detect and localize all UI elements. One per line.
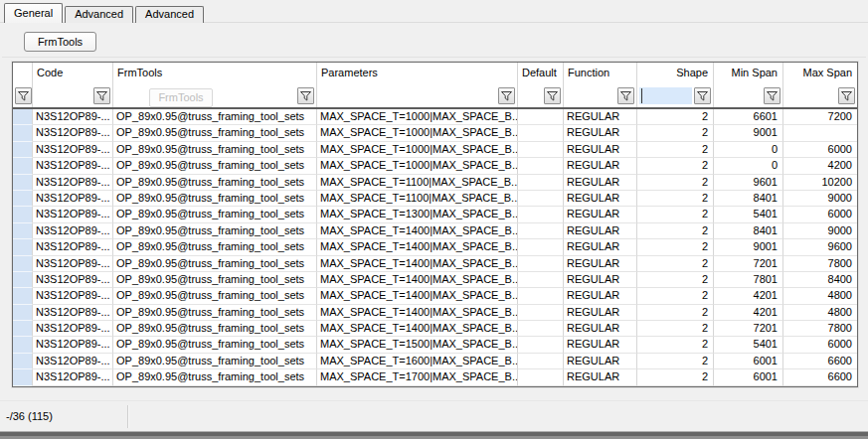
column-header-default[interactable]: Default [518, 63, 564, 107]
cell-shape[interactable]: 2 [637, 256, 714, 272]
table-row[interactable]: N3S12OP89-... OP_89x0.95@truss_framing_t… [13, 158, 857, 174]
shape-filter-input[interactable] [639, 87, 692, 104]
cell-function[interactable]: REGULAR [564, 142, 637, 158]
cell-shape[interactable]: 2 [637, 207, 714, 222]
cell-default[interactable] [518, 369, 564, 385]
cell-min-span[interactable]: 6001 [714, 354, 783, 369]
cell-min-span[interactable]: 4201 [714, 305, 783, 321]
cell-frmtools[interactable]: OP_89x0.95@truss_framing_tool_sets [113, 175, 317, 191]
cell-frmtools[interactable]: OP_89x0.95@truss_framing_tool_sets [113, 239, 317, 255]
column-header-parameters[interactable]: Parameters [317, 63, 518, 107]
table-row[interactable]: N3S12OP89-... OP_89x0.95@truss_framing_t… [13, 109, 857, 125]
cell-min-span[interactable]: 4201 [714, 288, 783, 304]
cell-max-span[interactable]: 6000 [783, 337, 857, 353]
cell-code[interactable]: N3S12OP89-... [33, 239, 113, 255]
row-selector[interactable] [13, 305, 33, 321]
cell-max-span[interactable]: 9000 [783, 223, 857, 239]
cell-min-span[interactable]: 6001 [714, 369, 783, 385]
cell-code[interactable]: N3S12OP89-... [33, 354, 113, 369]
cell-default[interactable] [518, 175, 564, 191]
cell-shape[interactable]: 2 [637, 175, 714, 191]
cell-frmtools[interactable]: OP_89x0.95@truss_framing_tool_sets [113, 288, 317, 304]
cell-default[interactable] [518, 191, 564, 207]
table-row[interactable]: N3S12OP89-... OP_89x0.95@truss_framing_t… [13, 337, 857, 353]
cell-frmtools[interactable]: OP_89x0.95@truss_framing_tool_sets [113, 337, 317, 353]
cell-max-span[interactable]: 4200 [783, 158, 857, 174]
cell-min-span[interactable]: 0 [714, 158, 783, 174]
cell-parameters[interactable]: MAX_SPACE_T=1000|MAX_SPACE_B... [317, 142, 518, 158]
cell-frmtools[interactable]: OP_89x0.95@truss_framing_tool_sets [113, 354, 317, 369]
row-selector[interactable] [13, 142, 33, 158]
column-header-code[interactable]: Code [33, 63, 113, 107]
cell-function[interactable]: REGULAR [564, 272, 637, 288]
cell-min-span[interactable]: 8401 [714, 191, 783, 207]
tab-advanced-1[interactable]: Advanced [65, 6, 133, 23]
filter-button-min-span[interactable] [764, 87, 781, 104]
column-header-function[interactable]: Function [564, 63, 637, 107]
cell-default[interactable] [518, 239, 564, 255]
cell-min-span[interactable]: 7801 [714, 272, 783, 288]
cell-default[interactable] [518, 158, 564, 174]
cell-function[interactable]: REGULAR [564, 191, 637, 207]
row-selector[interactable] [13, 191, 33, 207]
row-selector[interactable] [13, 158, 33, 174]
cell-parameters[interactable]: MAX_SPACE_T=1400|MAX_SPACE_B... [317, 321, 518, 337]
cell-default[interactable] [518, 272, 564, 288]
cell-frmtools[interactable]: OP_89x0.95@truss_framing_tool_sets [113, 158, 317, 174]
cell-shape[interactable]: 2 [637, 158, 714, 174]
cell-max-span[interactable]: 7200 [783, 109, 857, 125]
cell-parameters[interactable]: MAX_SPACE_T=1400|MAX_SPACE_B... [317, 288, 518, 304]
row-selector[interactable] [13, 125, 33, 141]
column-header-frmtools[interactable]: FrmTools [113, 63, 317, 107]
cell-parameters[interactable]: MAX_SPACE_T=1100|MAX_SPACE_B... [317, 191, 518, 207]
cell-min-span[interactable]: 7201 [714, 321, 783, 337]
row-selector[interactable] [13, 256, 33, 272]
cell-parameters[interactable]: MAX_SPACE_T=1400|MAX_SPACE_B... [317, 272, 518, 288]
cell-parameters[interactable]: MAX_SPACE_T=1700|MAX_SPACE_B... [317, 369, 518, 385]
cell-min-span[interactable]: 7201 [714, 256, 783, 272]
cell-default[interactable] [518, 337, 564, 353]
cell-code[interactable]: N3S12OP89-... [33, 321, 113, 337]
table-row[interactable]: N3S12OP89-... OP_89x0.95@truss_framing_t… [13, 354, 857, 369]
cell-default[interactable] [518, 207, 564, 222]
cell-code[interactable]: N3S12OP89-... [33, 223, 113, 239]
cell-max-span[interactable]: 9600 [783, 239, 857, 255]
cell-max-span[interactable] [783, 125, 857, 141]
cell-min-span[interactable]: 5401 [714, 337, 783, 353]
cell-default[interactable] [518, 256, 564, 272]
cell-parameters[interactable]: MAX_SPACE_T=1000|MAX_SPACE_B... [317, 125, 518, 141]
cell-default[interactable] [518, 109, 564, 125]
cell-parameters[interactable]: MAX_SPACE_T=1500|MAX_SPACE_B... [317, 337, 518, 353]
filter-button-function[interactable] [617, 87, 634, 104]
cell-default[interactable] [518, 354, 564, 369]
cell-function[interactable]: REGULAR [564, 158, 637, 174]
row-selector[interactable] [13, 288, 33, 304]
cell-min-span[interactable]: 0 [714, 142, 783, 158]
cell-frmtools[interactable]: OP_89x0.95@truss_framing_tool_sets [113, 321, 317, 337]
cell-max-span[interactable]: 7800 [783, 256, 857, 272]
cell-min-span[interactable]: 9601 [714, 175, 783, 191]
table-row[interactable]: N3S12OP89-... OP_89x0.95@truss_framing_t… [13, 239, 857, 255]
row-selector[interactable] [13, 239, 33, 255]
cell-min-span[interactable]: 9001 [714, 239, 783, 255]
cell-default[interactable] [518, 125, 564, 141]
row-selector[interactable] [13, 321, 33, 337]
cell-max-span[interactable]: 7800 [783, 321, 857, 337]
table-row[interactable]: N3S12OP89-... OP_89x0.95@truss_framing_t… [13, 288, 857, 304]
cell-code[interactable]: N3S12OP89-... [33, 256, 113, 272]
cell-shape[interactable]: 2 [637, 109, 714, 125]
table-row[interactable]: N3S12OP89-... OP_89x0.95@truss_framing_t… [13, 223, 857, 239]
table-row[interactable]: N3S12OP89-... OP_89x0.95@truss_framing_t… [13, 125, 857, 141]
tab-general[interactable]: General [4, 3, 63, 23]
row-selector[interactable] [13, 337, 33, 353]
frmtools-button[interactable]: FrmTools [24, 32, 96, 52]
cell-code[interactable]: N3S12OP89-... [33, 191, 113, 207]
row-selector[interactable] [13, 109, 33, 125]
column-header-shape[interactable]: Shape [637, 63, 714, 107]
cell-frmtools[interactable]: OP_89x0.95@truss_framing_tool_sets [113, 305, 317, 321]
cell-frmtools[interactable]: OP_89x0.95@truss_framing_tool_sets [113, 369, 317, 385]
filter-button-code[interactable] [93, 87, 110, 104]
row-selector[interactable] [13, 223, 33, 239]
cell-parameters[interactable]: MAX_SPACE_T=1100|MAX_SPACE_B... [317, 175, 518, 191]
cell-code[interactable]: N3S12OP89-... [33, 109, 113, 125]
